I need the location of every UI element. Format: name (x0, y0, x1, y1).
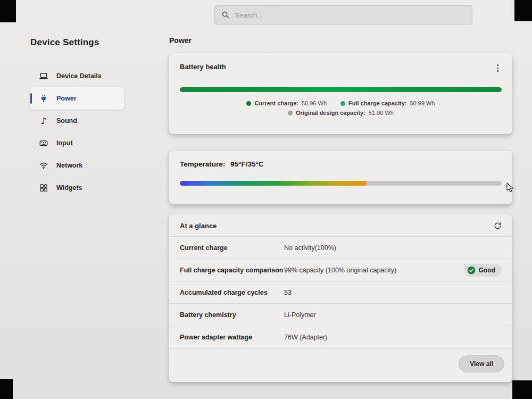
card-footer: View all (169, 348, 512, 381)
at-a-glance-card: At a glance Current charge No activity(1… (169, 214, 512, 382)
sidebar-item-network[interactable]: Network (30, 154, 124, 177)
search-bar[interactable] (214, 5, 472, 24)
row-value: 99% capacity (100% original capacity) (284, 267, 464, 274)
table-row: Accumulated charge cycles 53 (169, 281, 512, 303)
legend-dot-icon (340, 101, 345, 106)
search-input[interactable] (235, 11, 466, 19)
temperature-bar-track (180, 181, 502, 186)
badge-label: Good (479, 267, 495, 274)
battery-legend: Current charge: 50.96 Wh Full charge cap… (180, 100, 502, 116)
sidebar-item-label: Widgets (56, 184, 82, 192)
sidebar-title: Device Settings (30, 37, 124, 48)
sidebar-item-label: Input (56, 139, 73, 147)
legend-dot-icon (288, 111, 293, 115)
table-row: Full charge capacity comparison 99% capa… (169, 259, 512, 281)
row-value: 53 (284, 289, 502, 296)
temperature-card: Temperature: 95°F/35°C (169, 151, 512, 204)
legend-label: Current charge: (254, 100, 298, 106)
row-value: No activity(100%) (284, 244, 502, 252)
sidebar-item-widgets[interactable]: Widgets (30, 177, 124, 199)
temperature-value: 95°F/35°C (230, 160, 264, 168)
row-label: Power adapter wattage (180, 334, 284, 341)
at-a-glance-title: At a glance (180, 222, 217, 230)
sidebar-item-power[interactable]: Power (30, 87, 124, 110)
legend-label: Original design capacity: (296, 110, 365, 116)
table-row: Current charge No activity(100%) (169, 236, 512, 259)
temperature-bar-fill (180, 181, 367, 186)
sidebar-nav: Device Details Power ♪ Sound Input Netwo… (30, 65, 124, 199)
temperature-label: Temperature: (180, 160, 225, 168)
laptop-icon (39, 71, 48, 81)
legend-full-charge-capacity: Full charge capacity: 50.99 Wh (340, 100, 435, 106)
sidebar: Device Settings Device Details Power ♪ S… (30, 37, 124, 199)
power-plug-icon (39, 94, 48, 103)
screen-corner-artifact (512, 380, 532, 399)
sidebar-item-device-details[interactable]: Device Details (30, 65, 124, 87)
view-all-button[interactable]: View all (459, 355, 504, 372)
refresh-icon[interactable] (494, 222, 502, 230)
row-value: Li-Polymer (284, 311, 502, 319)
row-label: Battery chemistry (180, 311, 284, 319)
row-value: 76W (Adapter) (284, 334, 502, 341)
legend-value: 51.00 Wh (369, 110, 394, 116)
check-circle-icon (467, 266, 476, 275)
page-title: Power (169, 36, 192, 45)
sidebar-item-label: Network (56, 162, 82, 169)
legend-label: Full charge capacity: (348, 100, 406, 106)
sidebar-item-label: Power (56, 95, 77, 102)
legend-dot-icon (246, 101, 251, 106)
screen-corner-artifact (0, 379, 13, 399)
battery-health-card: Battery health Current charge: 50.96 Wh … (169, 53, 512, 134)
more-options-icon[interactable] (494, 63, 502, 73)
row-label: Current charge (180, 244, 284, 252)
row-label: Accumulated charge cycles (180, 289, 284, 296)
legend-value: 50.96 Wh (302, 100, 327, 106)
screen-corner-artifact (514, 0, 532, 21)
wifi-icon (39, 161, 48, 170)
battery-health-bar-track (180, 87, 502, 92)
row-label: Full charge capacity comparison (180, 267, 284, 274)
table-row: Power adapter wattage 76W (Adapter) (169, 326, 512, 348)
music-note-icon: ♪ (39, 116, 48, 126)
widgets-icon (39, 183, 48, 193)
table-row: Battery chemistry Li-Polymer (169, 303, 512, 326)
sidebar-item-label: Device Details (56, 72, 102, 80)
battery-health-bar-fill (180, 87, 502, 92)
legend-original-design-capacity: Original design capacity: 51.00 Wh (288, 110, 394, 116)
legend-current-charge: Current charge: 50.96 Wh (246, 100, 327, 106)
legend-value: 50.99 Wh (410, 100, 435, 106)
screen-corner-artifact (0, 0, 16, 22)
keyboard-icon (39, 138, 48, 148)
status-badge: Good (464, 264, 502, 277)
sidebar-item-sound[interactable]: ♪ Sound (30, 110, 124, 132)
sidebar-item-label: Sound (56, 117, 77, 124)
search-icon (221, 11, 230, 19)
battery-health-title: Battery health (180, 63, 226, 71)
sidebar-item-input[interactable]: Input (30, 132, 124, 154)
